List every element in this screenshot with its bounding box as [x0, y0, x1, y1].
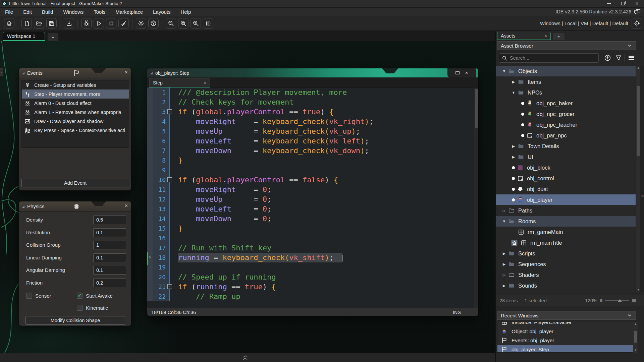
event-item[interactable]: Key Press - Space - Context-sensitive ac…	[22, 126, 129, 135]
code-line[interactable]: 8}	[147, 156, 478, 165]
stop-button[interactable]	[106, 18, 116, 28]
scroll-up-icon[interactable]: ▲	[636, 66, 641, 70]
code-body[interactable]: 1/// @description Player movement, more2…	[147, 87, 478, 308]
recent-window-item[interactable]: obj_player: Step	[497, 345, 633, 353]
code-tab-step[interactable]: Step ×	[149, 78, 210, 87]
tree-item-sequences[interactable]: ▶Sequences	[496, 259, 636, 269]
code-line[interactable]: 7 moveDown = keyboard_check(vk_down);	[147, 146, 478, 156]
run-button[interactable]	[94, 18, 104, 28]
menu-tools[interactable]: Tools	[89, 9, 110, 15]
tree-item-rooms[interactable]: ▼Rooms	[496, 216, 636, 227]
search-input[interactable]	[510, 55, 587, 61]
recent-window-item[interactable]: Instance: PlayerCharacter	[497, 322, 633, 327]
tree-item-paths[interactable]: ▷Paths	[496, 205, 636, 216]
windowed-view-button[interactable]	[203, 18, 213, 28]
code-line[interactable]: 4 moveRight = keyboard_check(vk_right);	[147, 117, 478, 126]
expand-arrow-icon[interactable]: ▶	[510, 80, 517, 84]
physics-panel-close-icon[interactable]: ×	[125, 203, 128, 209]
kinematic-checkbox[interactable]	[77, 305, 83, 311]
tree-item-rm_gamemain[interactable]: rm_gameMain	[496, 227, 636, 237]
zoom-reset-button[interactable]	[178, 18, 189, 28]
zoom-large-icon[interactable]	[632, 299, 636, 302]
recent-windows-dropdown[interactable]: Recent Windows	[497, 311, 636, 320]
menu-build[interactable]: Build	[37, 9, 58, 15]
menu-help[interactable]: Help	[176, 9, 196, 15]
tree-item-obj_dust[interactable]: obj_dust	[496, 184, 636, 194]
expand-arrow-icon[interactable]: ▶	[501, 251, 507, 256]
tree-scrollbar[interactable]: ▲ ▼	[636, 66, 640, 292]
tab-close-icon[interactable]: ×	[204, 80, 206, 85]
recent-window-item[interactable]: Events: obj_player	[497, 336, 633, 345]
zoom-slider-thumb[interactable]	[618, 299, 622, 302]
code-line[interactable]: 22 // Ramp up	[147, 292, 478, 301]
new-panel-tab-button[interactable]: +	[553, 33, 565, 40]
code-line[interactable]: 3-if (global.playerControl == true) {	[147, 107, 478, 117]
open-project-button[interactable]	[34, 18, 44, 28]
collapse-arrow-icon[interactable]: ▼	[501, 69, 507, 73]
physics-field-input[interactable]: 0.1	[93, 253, 126, 262]
collapse-triangle-icon[interactable]: ◢	[150, 71, 153, 75]
add-event-button[interactable]: Add Event	[21, 179, 129, 187]
code-line[interactable]: 13 moveLeft = 0;	[147, 204, 478, 214]
code-line[interactable]: 16	[147, 233, 478, 243]
add-asset-icon[interactable]	[604, 54, 611, 61]
help-button[interactable]	[148, 18, 159, 28]
tree-item-obj_control[interactable]: obj_control	[496, 173, 636, 184]
minimize-button[interactable]	[602, 0, 616, 7]
recent-scrollbar[interactable]: ▲ ▼	[633, 322, 638, 353]
physics-field-input[interactable]: 0.2	[93, 279, 126, 287]
home-button[interactable]	[4, 18, 14, 28]
recent-scrollbar-thumb[interactable]	[634, 331, 637, 343]
fold-toggle-icon[interactable]: -	[167, 109, 172, 114]
tree-item-obj_par_npc[interactable]: obj_par_npc	[496, 130, 636, 141]
physics-field-input[interactable]: 1	[93, 241, 126, 249]
zoom-in-button[interactable]	[191, 18, 201, 28]
tree-item-obj_block[interactable]: obj_block	[496, 162, 636, 173]
expand-arrow-icon[interactable]: ▶	[510, 155, 517, 159]
collapse-arrow-icon[interactable]: ▼	[510, 90, 517, 95]
tree-item-scripts[interactable]: ▶Scripts	[496, 248, 636, 259]
debug-button[interactable]	[81, 18, 92, 28]
menu-file[interactable]: File	[0, 9, 18, 15]
asset-browser-dropdown[interactable]: Asset Browser	[497, 41, 636, 50]
tree-item-obj_player[interactable]: obj_player	[496, 194, 636, 205]
tree-item-town details[interactable]: ▶Town Details	[496, 141, 636, 152]
code-line[interactable]: 1/// @description Player movement, more	[147, 87, 478, 97]
collapse-triangle-icon[interactable]: ◢	[22, 205, 24, 208]
event-item[interactable]: Alarm 0 - Dust cloud effect	[22, 99, 129, 108]
code-line[interactable]: ›18running = keyboard_check(vk_shift);	[147, 253, 478, 262]
sensor-checkbox[interactable]	[26, 293, 32, 299]
tab-close-icon[interactable]: ×	[544, 33, 547, 39]
event-item[interactable]: Draw - Draw player and shadow	[22, 117, 129, 126]
editor-scrollbar[interactable]	[474, 87, 478, 308]
tree-scrollbar-thumb[interactable]	[637, 86, 640, 156]
expand-arrow-icon[interactable]: ▷	[501, 208, 507, 213]
new-workspace-tab-button[interactable]: +	[48, 33, 58, 41]
menu-marketplace[interactable]: Marketplace	[110, 9, 148, 15]
code-editor-header[interactable]: ◢ obj_player: Step ×	[147, 68, 478, 77]
target-manager-button[interactable]	[632, 18, 642, 28]
workspace-scroll-left-handle[interactable]: ‹	[0, 68, 3, 76]
build-target-text[interactable]: Windows | Local | VM | Default | Default	[540, 20, 628, 26]
zoom-small-icon[interactable]	[600, 299, 602, 302]
save-project-button[interactable]	[46, 18, 57, 28]
fold-toggle-icon[interactable]: -	[167, 177, 172, 182]
tree-item-items[interactable]: ▶Items	[496, 76, 636, 87]
clean-button[interactable]	[118, 18, 129, 28]
new-project-button[interactable]	[21, 18, 32, 28]
workspace-tab[interactable]: Workspace 1	[3, 32, 45, 41]
code-line[interactable]: 5 moveUp = keyboard_check(vk_up);	[147, 126, 478, 136]
modify-collision-shape-button[interactable]: Modify Collision Shape	[25, 316, 125, 325]
tree-item-objects[interactable]: ▼Objects	[496, 66, 636, 76]
events-panel-close-icon[interactable]: ×	[125, 69, 128, 75]
filter-icon[interactable]	[615, 54, 622, 61]
tree-item-obj_npc_teacher[interactable]: obj_npc_teacher	[496, 119, 636, 130]
tree-item-npcs[interactable]: ▼NPCs	[496, 87, 636, 98]
expand-arrow-icon[interactable]: ▶	[510, 144, 517, 148]
recent-window-item[interactable]: Object: obj_player	[497, 327, 633, 336]
scroll-down-icon[interactable]: ▼	[636, 288, 641, 292]
scroll-down-icon[interactable]: ▼	[633, 348, 638, 353]
code-line[interactable]: 2// Check keys for movement	[147, 97, 478, 107]
close-button[interactable]: ×	[630, 0, 644, 7]
collapse-triangle-icon[interactable]: ◢	[22, 71, 24, 75]
